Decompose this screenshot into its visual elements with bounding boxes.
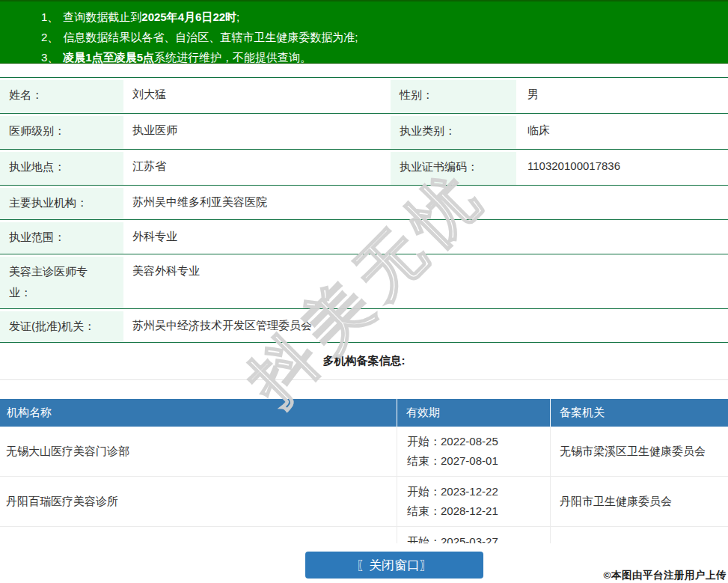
field-value-practice-location: 江苏省 [123, 150, 391, 185]
record-validity: 开始：2023-12-22 结束：2028-12-21 [397, 477, 550, 526]
notice-number: 3、 [41, 51, 58, 64]
field-label-cosmetic-specialty: 美容主诊医师专业： [0, 254, 123, 308]
notice-line: 3、凌晨1点至凌晨5点系统进行维护，不能提供查询。 [41, 47, 728, 67]
records-table-header: 机构名称 有效期 备案机关 [0, 399, 728, 427]
table-row: 执业范围： 外科专业 [0, 220, 728, 254]
record-validity: 开始：2022-08-25 结束：2027-08-01 [397, 427, 550, 476]
field-value-cosmetic-specialty: 美容外科专业 [123, 254, 728, 308]
record-institution-name: 丹阳百瑞医疗美容诊所 [0, 477, 397, 526]
table-row: 执业地点： 江苏省 执业证书编码： 110320100017836 [0, 150, 728, 186]
validity-start: 开始：2025-03-27 [407, 532, 550, 543]
validity-end: 结束：2028-12-21 [407, 501, 550, 521]
notice-text: 系统进行维护，不能提供查询。 [154, 51, 311, 64]
end-label: 结束： [407, 454, 441, 467]
field-label-certificate-no: 执业证书编码： [391, 150, 516, 185]
field-label-doctor-level: 医师级别： [0, 114, 123, 149]
notice-text: 信息数据结果以各省、自治区、直辖市卫生健康委数据为准; [63, 31, 358, 43]
table-row: 美容主诊医师专业： 美容外科专业 [0, 254, 728, 309]
record-authority [550, 527, 728, 543]
table-row: 无锡大山医疗美容门诊部 开始：2022-08-25 结束：2027-08-01 … [0, 427, 728, 477]
notice-text: ; [236, 10, 239, 23]
record-authority: 丹阳市卫生健康委员会 [550, 477, 728, 526]
query-result-page: 1、查询数据截止到2025年4月6日22时; 2、信息数据结果以各省、自治区、直… [0, 0, 728, 583]
field-value-main-institution: 苏州吴中维多利亚美容医院 [123, 186, 728, 219]
start-date: 2025-03-27 [441, 535, 498, 543]
record-validity: 开始：2025-03-27 [397, 527, 550, 543]
end-label: 结束： [407, 504, 441, 517]
start-label: 开始： [407, 535, 441, 543]
field-label-main-institution: 主要执业机构： [0, 186, 123, 219]
column-header-institution: 机构名称 [0, 399, 397, 427]
validity-start: 开始：2022-08-25 [407, 432, 550, 451]
upload-stamp: ©本图由平台注册用户上传 [604, 569, 727, 582]
end-date: 2027-08-01 [441, 454, 498, 467]
column-header-validity: 有效期 [397, 399, 550, 427]
validity-end: 结束：2027-08-01 [407, 451, 550, 471]
doctor-profile-table: 姓名： 刘大猛 性别： 男 医师级别： 执业医师 执业类别： 临床 执业地点： … [0, 77, 728, 343]
close-window-button[interactable]: 〖关闭窗口〗 [305, 552, 483, 579]
notice-text-bold: 凌晨1点至凌晨5点 [63, 51, 154, 64]
record-authority: 无锡市梁溪区卫生健康委员会 [550, 427, 728, 476]
multi-institution-section-title: 多机构备案信息: [0, 342, 728, 380]
notice-number: 2、 [41, 31, 58, 43]
notice-text: 查询数据截止到 [63, 10, 141, 23]
notice-text-bold: 2025年4月6日22时 [141, 10, 236, 23]
notice-banner: 1、查询数据截止到2025年4月6日22时; 2、信息数据结果以各省、自治区、直… [0, 0, 728, 64]
table-row: 姓名： 刘大猛 性别： 男 [0, 78, 728, 114]
notice-line: 2、信息数据结果以各省、自治区、直辖市卫生健康委数据为准; [41, 27, 728, 47]
table-row: 发证(批准)机关： 苏州吴中经济技术开发区管理委员会 [0, 309, 728, 343]
field-label-practice-category: 执业类别： [391, 114, 516, 149]
start-label: 开始： [407, 435, 441, 448]
field-label-name: 姓名： [0, 78, 123, 113]
field-value-name: 刘大猛 [123, 78, 391, 113]
table-row: 开始：2025-03-27 [0, 527, 728, 543]
record-institution-name [0, 527, 397, 543]
notice-number: 1、 [41, 10, 58, 23]
start-label: 开始： [407, 485, 441, 498]
records-table: 机构名称 有效期 备案机关 无锡大山医疗美容门诊部 开始：2022-08-25 … [0, 399, 728, 543]
field-value-practice-scope: 外科专业 [123, 220, 728, 254]
start-date: 2023-12-22 [441, 485, 498, 498]
field-label-practice-scope: 执业范围： [0, 220, 123, 254]
end-date: 2028-12-21 [441, 504, 498, 517]
record-institution-name: 无锡大山医疗美容门诊部 [0, 427, 397, 476]
table-row: 主要执业机构： 苏州吴中维多利亚美容医院 [0, 186, 728, 220]
field-value-practice-category: 临床 [516, 114, 728, 149]
field-value-issuing-authority: 苏州吴中经济技术开发区管理委员会 [123, 309, 728, 342]
field-value-doctor-level: 执业医师 [123, 114, 391, 149]
table-row: 医师级别： 执业医师 执业类别： 临床 [0, 114, 728, 150]
field-value-certificate-no: 110320100017836 [516, 150, 728, 185]
field-label-practice-location: 执业地点： [0, 150, 123, 185]
field-label-gender: 性别： [391, 78, 516, 113]
start-date: 2022-08-25 [441, 435, 498, 448]
validity-start: 开始：2023-12-22 [407, 482, 550, 501]
table-row: 丹阳百瑞医疗美容诊所 开始：2023-12-22 结束：2028-12-21 丹… [0, 477, 728, 527]
field-label-issuing-authority: 发证(批准)机关： [0, 309, 123, 342]
field-value-gender: 男 [516, 78, 728, 113]
notice-line: 1、查询数据截止到2025年4月6日22时; [41, 7, 728, 27]
column-header-authority: 备案机关 [550, 399, 728, 427]
